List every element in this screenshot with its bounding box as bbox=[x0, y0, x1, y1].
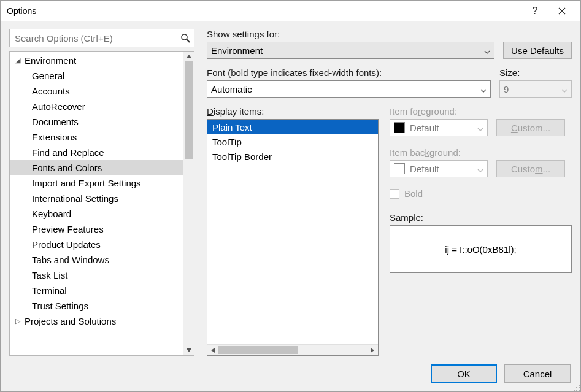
sample-box: ij = I::oO(0xB81l); bbox=[390, 225, 572, 273]
size-label: Size: bbox=[499, 67, 572, 78]
svg-point-1 bbox=[579, 385, 580, 386]
cancel-button[interactable]: Cancel bbox=[504, 364, 571, 383]
search-icon bbox=[177, 33, 194, 43]
svg-point-6 bbox=[579, 390, 580, 391]
use-defaults-button[interactable]: Use Defaults bbox=[503, 42, 572, 59]
tree-item[interactable]: Preview Features bbox=[10, 221, 183, 237]
item-background-combo[interactable]: Default bbox=[390, 160, 488, 177]
tree-scrollbar[interactable] bbox=[183, 52, 194, 355]
svg-point-3 bbox=[579, 387, 580, 388]
bold-checkbox[interactable]: Bold bbox=[390, 188, 572, 199]
scroll-up-icon[interactable] bbox=[183, 52, 194, 61]
tree-item[interactable]: International Settings bbox=[10, 191, 183, 206]
display-items-listbox[interactable]: Plain Text ToolTip ToolTip Border bbox=[207, 119, 379, 356]
show-settings-label: Show settings for: bbox=[207, 29, 494, 39]
sample-label: Sample: bbox=[390, 212, 572, 223]
show-settings-combo[interactable]: Environment bbox=[207, 42, 494, 59]
list-item[interactable]: Plain Text bbox=[207, 120, 378, 134]
scroll-right-icon[interactable] bbox=[367, 345, 378, 355]
color-swatch-icon bbox=[394, 163, 405, 174]
help-icon: ? bbox=[533, 6, 538, 17]
tree-item-fonts-and-colors[interactable]: Fonts and Colors bbox=[10, 160, 183, 175]
chevron-down-icon bbox=[477, 123, 483, 133]
svg-point-5 bbox=[576, 390, 577, 391]
close-icon bbox=[558, 7, 566, 15]
svg-point-0 bbox=[182, 34, 187, 40]
collapse-glyph-icon: ▷ bbox=[13, 317, 22, 325]
svg-point-2 bbox=[576, 387, 577, 388]
custom-background-button[interactable]: Custom... bbox=[496, 160, 565, 177]
chevron-down-icon bbox=[561, 84, 568, 94]
tree-item[interactable]: Tabs and Windows bbox=[10, 252, 183, 267]
tree-node-projects[interactable]: ▷ Projects and Solutions bbox=[10, 313, 183, 329]
title-bar: Options ? bbox=[1, 1, 580, 21]
left-panel: ◢ Environment General Accounts AutoRecov… bbox=[9, 29, 194, 356]
right-panel: Show settings for: Environment Use Defau… bbox=[207, 29, 572, 356]
item-foreground-label: Item foreground: bbox=[390, 106, 572, 117]
color-swatch-icon bbox=[394, 122, 405, 133]
dialog-footer: OK Cancel bbox=[1, 356, 580, 391]
bold-label: Bold bbox=[404, 188, 423, 199]
tree-item[interactable]: Documents bbox=[10, 114, 183, 129]
custom-foreground-button[interactable]: Custom... bbox=[496, 119, 565, 136]
ok-button[interactable]: OK bbox=[431, 364, 497, 383]
checkbox-icon bbox=[390, 189, 399, 199]
list-item[interactable]: ToolTip Border bbox=[207, 149, 378, 164]
tree-item[interactable]: Terminal bbox=[10, 283, 183, 298]
horizontal-scrollbar[interactable] bbox=[207, 344, 378, 355]
scroll-thumb[interactable] bbox=[185, 61, 193, 159]
tree-item[interactable]: Product Updates bbox=[10, 237, 183, 252]
tree-item[interactable]: Extensions bbox=[10, 129, 183, 145]
sample-text: ij = I::oO(0xB81l); bbox=[445, 244, 516, 255]
tree-item[interactable]: Trust Settings bbox=[10, 298, 183, 313]
item-background-label: Item background: bbox=[390, 147, 572, 158]
size-combo[interactable]: 9 bbox=[499, 80, 572, 98]
tree-node-environment[interactable]: ◢ Environment bbox=[10, 53, 183, 68]
chevron-down-icon bbox=[484, 45, 490, 56]
options-tree[interactable]: ◢ Environment General Accounts AutoRecov… bbox=[9, 51, 194, 356]
tree-item[interactable]: AutoRecover bbox=[10, 99, 183, 114]
resize-grip-icon[interactable] bbox=[572, 383, 580, 391]
tree-item[interactable]: Find and Replace bbox=[10, 145, 183, 160]
item-foreground-combo[interactable]: Default bbox=[390, 119, 488, 136]
list-item[interactable]: ToolTip bbox=[207, 134, 378, 149]
window-title: Options bbox=[7, 6, 36, 16]
content-area: ◢ Environment General Accounts AutoRecov… bbox=[1, 21, 580, 356]
display-items-label: Display items: bbox=[207, 106, 379, 117]
close-button[interactable] bbox=[548, 2, 575, 20]
scroll-left-icon[interactable] bbox=[207, 345, 218, 355]
tree-item[interactable]: General bbox=[10, 68, 183, 83]
tree-item[interactable]: Accounts bbox=[10, 83, 183, 99]
search-input[interactable] bbox=[10, 33, 177, 44]
expand-glyph-icon: ◢ bbox=[13, 56, 22, 64]
tree-item[interactable]: Task List bbox=[10, 267, 183, 283]
svg-point-4 bbox=[574, 390, 575, 391]
font-combo[interactable]: Automatic bbox=[207, 80, 491, 98]
help-button[interactable]: ? bbox=[521, 2, 548, 20]
font-label: Font (bold type indicates fixed-width fo… bbox=[207, 67, 491, 78]
scroll-thumb[interactable] bbox=[218, 346, 298, 354]
scroll-down-icon[interactable] bbox=[183, 345, 194, 355]
search-box[interactable] bbox=[9, 29, 194, 47]
chevron-down-icon bbox=[480, 84, 487, 94]
tree-item[interactable]: Import and Export Settings bbox=[10, 175, 183, 191]
tree-item[interactable]: Keyboard bbox=[10, 206, 183, 221]
chevron-down-icon bbox=[477, 164, 483, 174]
